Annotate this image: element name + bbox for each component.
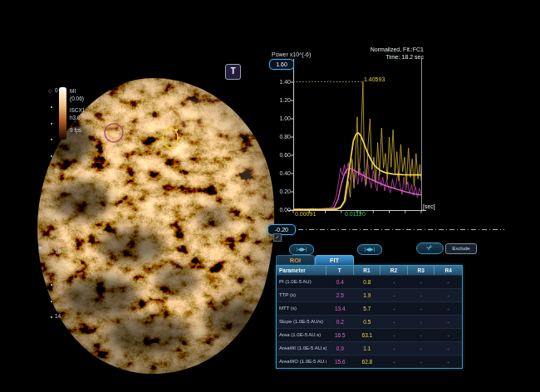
value-cell: - [434, 329, 462, 341]
parameter-cell: Area (1.0E-5 AU.s) [277, 329, 326, 341]
y-axis-tick-label: 1.40 [272, 79, 291, 85]
series-T-raw [293, 159, 421, 209]
exclude-button[interactable]: Exclude [445, 243, 477, 254]
ttp-value-label: 0.01120 [345, 211, 366, 217]
value-cell: - [434, 355, 462, 368]
depth-label: 10 [55, 248, 61, 254]
orientation-marker: T [225, 64, 241, 80]
table-row: PI (1.0E-5 AU)0.40.8--- [277, 275, 462, 288]
value-cell: - [434, 316, 462, 328]
y-axis-tick-label: 1.20 [272, 97, 291, 103]
table-row: AreaWI (1.0E-5 AU.s)0.91.1--- [277, 341, 462, 355]
time-label: Time: 18.2 sec [306, 53, 424, 61]
depth-tick [51, 155, 52, 157]
range-icon: |◀▶| [365, 247, 375, 252]
y-axis-tick-label: 0.20 [272, 189, 291, 194]
range-icon: |◀▶| [297, 247, 307, 252]
value-cell: 1.1 [354, 342, 381, 355]
value-cell: - [408, 289, 435, 301]
chart-mode-labels: Normalized, Fit.:FC1 Time: 18.2 sec [306, 46, 424, 61]
table-header-cell: R3 [408, 266, 435, 275]
y-max-value-box[interactable]: 1.60 [269, 59, 294, 70]
parameter-cell: AreaWO (1.0E-5 AU.s) [277, 355, 326, 368]
value-cell: 0.4 [326, 276, 354, 288]
range-end-button[interactable]: |◀▶| [357, 244, 382, 255]
value-cell: - [408, 329, 435, 341]
table-row: TTP (s)2.51.9--- [277, 288, 462, 301]
image-info-labels: MI(0.06)iSCX1h3.09 fps [70, 87, 85, 134]
app-screen: MI(0.06)iSCX1h3.09 fps T ◇0◇5◇1014 ▶ Pow… [0, 0, 540, 392]
table-row: MTT (s)13.45.7--- [277, 301, 462, 315]
table-row: Area (1.0E-5 AU.s)16.563.1--- [277, 328, 462, 341]
value-cell: - [434, 302, 462, 315]
y-axis-tick-label: 0.60 [272, 152, 291, 158]
depth-diamond-icon: ◇ [48, 248, 52, 254]
y-axis-tick-label: 1.00 [272, 115, 291, 121]
baseline-value-label: 0.00091 [295, 211, 316, 217]
depth-tick [51, 284, 52, 286]
image-info-line: iSCX1 [70, 107, 85, 114]
value-cell: - [408, 276, 435, 288]
value-cell: - [434, 342, 462, 355]
value-cell: - [380, 289, 408, 301]
depth-tick [51, 123, 52, 125]
depth-tick [51, 316, 52, 318]
table-header-cell: R1 [354, 266, 381, 275]
image-info-line: (0.06) [70, 96, 85, 102]
check-icon[interactable]: ✓ [273, 233, 282, 242]
table-row: Slope (1.0E-5 AU/s)0.20.5--- [277, 315, 462, 328]
y-axis-tick-label: 0.40 [272, 170, 291, 176]
depth-tick [51, 268, 52, 270]
parameter-cell: MTT (s) [277, 302, 326, 315]
image-info-line: 9 fps [70, 127, 85, 134]
value-cell: 5.7 [354, 302, 381, 315]
parameter-cell: PI (1.0E-5 AU) [277, 276, 326, 288]
scissors-icon: ✂ [425, 243, 434, 253]
value-cell: - [380, 316, 408, 328]
value-cell: - [408, 342, 435, 355]
parameter-table: ParameterTR1R2R3R4 PI (1.0E-5 AU)0.40.8-… [276, 265, 463, 369]
value-cell: 13.4 [326, 302, 354, 315]
table-header-row: ParameterTR1R2R3R4 [277, 266, 462, 275]
depth-tick [51, 139, 52, 140]
depth-ruler: ◇0◇5◇1014 [47, 87, 66, 328]
depth-label: 14 [55, 313, 61, 319]
table-header-cell: R4 [434, 266, 462, 275]
value-cell: - [380, 342, 408, 355]
value-cell: 0.8 [354, 276, 381, 288]
normalized-fit-label: Normalized, Fit.:FC1 [306, 46, 424, 53]
table-header-cell: R2 [380, 266, 408, 275]
value-cell: 15.6 [326, 355, 354, 368]
depth-tick [51, 106, 52, 108]
series-R1-raw [293, 81, 421, 209]
depth-tick [51, 301, 52, 302]
parameter-cell: Slope (1.0E-5 AU/s) [277, 316, 326, 328]
value-cell: - [408, 302, 435, 315]
value-cell: 0.5 [354, 316, 381, 328]
y-axis-tick-label: 0.00 [272, 207, 291, 213]
depth-label: 5 [55, 168, 58, 174]
value-cell: 16.5 [326, 329, 354, 341]
value-cell: - [434, 289, 462, 301]
parameter-cell: AreaWI (1.0E-5 AU.s) [277, 342, 326, 355]
depth-tick [51, 188, 52, 189]
value-cell: 2.5 [326, 289, 354, 301]
value-cell: - [380, 355, 408, 368]
y-axis-tick-label: 0.80 [272, 134, 291, 140]
trim-button[interactable]: ✂ [416, 243, 444, 254]
range-start-button[interactable]: |◀▶| [289, 244, 314, 255]
parameter-cell: TTP (s) [277, 289, 326, 301]
depth-tick [51, 236, 52, 238]
y-min-value-box[interactable]: -0.20 [268, 224, 296, 235]
focus-arrow-icon[interactable]: ▶ [39, 244, 43, 250]
depth-diamond-icon: ◇ [48, 168, 52, 174]
image-info-line: MI [70, 88, 85, 95]
value-cell: 62.8 [354, 355, 381, 368]
value-cell: - [434, 276, 462, 288]
depth-diamond-icon: ◇ [48, 87, 52, 93]
value-cell: 63.1 [354, 329, 381, 341]
series-R1-fit [293, 133, 421, 209]
depth-label: 0 [55, 87, 58, 93]
table-header-cell: T [326, 266, 354, 275]
table-header-cell: Parameter [277, 266, 326, 275]
